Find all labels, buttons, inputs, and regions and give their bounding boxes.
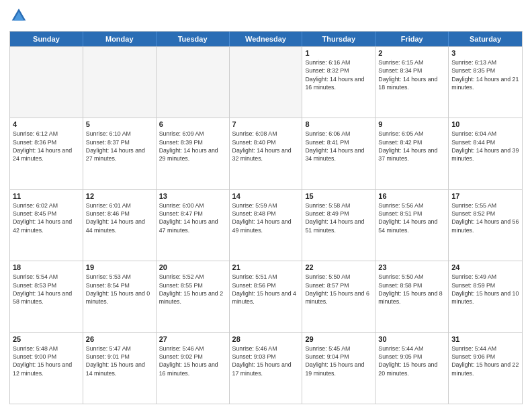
calendar-cell: 18Sunrise: 5:54 AMSunset: 8:53 PMDayligh… bbox=[10, 261, 83, 332]
calendar-cell: 26Sunrise: 5:47 AMSunset: 9:01 PMDayligh… bbox=[83, 333, 157, 404]
day-number: 2 bbox=[378, 49, 445, 57]
calendar-row-4: 18Sunrise: 5:54 AMSunset: 8:53 PMDayligh… bbox=[10, 261, 522, 332]
day-info: Sunrise: 5:48 AMSunset: 9:00 PMDaylight:… bbox=[13, 345, 80, 377]
day-info: Sunrise: 5:44 AMSunset: 9:06 PMDaylight:… bbox=[451, 345, 519, 377]
calendar-cell: 16Sunrise: 5:56 AMSunset: 8:51 PMDayligh… bbox=[375, 190, 449, 261]
day-number: 13 bbox=[159, 192, 226, 200]
logo bbox=[9, 7, 31, 26]
calendar-cell bbox=[157, 47, 230, 118]
day-number: 21 bbox=[232, 263, 300, 271]
calendar-cell: 5Sunrise: 6:10 AMSunset: 8:37 PMDaylight… bbox=[83, 118, 157, 189]
day-info: Sunrise: 6:08 AMSunset: 8:40 PMDaylight:… bbox=[232, 130, 300, 163]
day-info: Sunrise: 5:44 AMSunset: 9:05 PMDaylight:… bbox=[378, 345, 445, 377]
header-day-thursday: Thursday bbox=[302, 32, 375, 46]
day-info: Sunrise: 6:01 AMSunset: 8:46 PMDaylight:… bbox=[86, 201, 153, 234]
day-info: Sunrise: 5:46 AMSunset: 9:03 PMDaylight:… bbox=[232, 345, 300, 377]
calendar-cell: 8Sunrise: 6:06 AMSunset: 8:41 PMDaylight… bbox=[302, 118, 375, 189]
day-number: 31 bbox=[451, 335, 519, 343]
calendar-row-5: 25Sunrise: 5:48 AMSunset: 9:00 PMDayligh… bbox=[10, 332, 522, 404]
calendar-cell: 17Sunrise: 5:55 AMSunset: 8:52 PMDayligh… bbox=[449, 190, 522, 261]
calendar-cell: 22Sunrise: 5:50 AMSunset: 8:57 PMDayligh… bbox=[302, 261, 375, 332]
page: SundayMondayTuesdayWednesdayThursdayFrid… bbox=[0, 0, 532, 411]
day-number: 15 bbox=[305, 192, 372, 200]
calendar-cell: 30Sunrise: 5:44 AMSunset: 9:05 PMDayligh… bbox=[375, 333, 449, 404]
calendar-cell: 10Sunrise: 6:04 AMSunset: 8:44 PMDayligh… bbox=[449, 118, 522, 189]
calendar-cell: 28Sunrise: 5:46 AMSunset: 9:03 PMDayligh… bbox=[230, 333, 303, 404]
calendar-row-2: 4Sunrise: 6:12 AMSunset: 8:36 PMDaylight… bbox=[10, 118, 522, 189]
day-number: 16 bbox=[378, 192, 445, 200]
calendar-cell: 21Sunrise: 5:51 AMSunset: 8:56 PMDayligh… bbox=[230, 261, 303, 332]
day-info: Sunrise: 5:55 AMSunset: 8:52 PMDaylight:… bbox=[451, 201, 519, 234]
calendar-header: SundayMondayTuesdayWednesdayThursdayFrid… bbox=[10, 32, 522, 46]
day-info: Sunrise: 5:56 AMSunset: 8:51 PMDaylight:… bbox=[378, 201, 445, 234]
calendar-cell: 11Sunrise: 6:02 AMSunset: 8:45 PMDayligh… bbox=[10, 190, 83, 261]
calendar-cell: 7Sunrise: 6:08 AMSunset: 8:40 PMDaylight… bbox=[230, 118, 303, 189]
calendar-cell: 27Sunrise: 5:46 AMSunset: 9:02 PMDayligh… bbox=[157, 333, 230, 404]
calendar-cell bbox=[83, 47, 157, 118]
calendar-cell: 2Sunrise: 6:15 AMSunset: 8:34 PMDaylight… bbox=[375, 47, 449, 118]
calendar-cell: 24Sunrise: 5:49 AMSunset: 8:59 PMDayligh… bbox=[449, 261, 522, 332]
day-number: 27 bbox=[159, 335, 226, 343]
calendar-cell: 1Sunrise: 6:16 AMSunset: 8:32 PMDaylight… bbox=[302, 47, 375, 118]
day-info: Sunrise: 5:53 AMSunset: 8:54 PMDaylight:… bbox=[86, 273, 153, 306]
day-number: 28 bbox=[232, 335, 300, 343]
header-day-friday: Friday bbox=[375, 32, 449, 46]
day-info: Sunrise: 6:09 AMSunset: 8:39 PMDaylight:… bbox=[159, 130, 226, 163]
day-number: 30 bbox=[378, 335, 445, 343]
calendar-cell: 23Sunrise: 5:50 AMSunset: 8:58 PMDayligh… bbox=[375, 261, 449, 332]
day-number: 1 bbox=[305, 49, 372, 57]
day-info: Sunrise: 5:50 AMSunset: 8:57 PMDaylight:… bbox=[305, 273, 372, 306]
calendar-cell: 4Sunrise: 6:12 AMSunset: 8:36 PMDaylight… bbox=[10, 118, 83, 189]
calendar-cell: 31Sunrise: 5:44 AMSunset: 9:06 PMDayligh… bbox=[449, 333, 522, 404]
day-number: 11 bbox=[13, 192, 80, 200]
header-day-sunday: Sunday bbox=[10, 32, 83, 46]
day-number: 4 bbox=[13, 120, 80, 128]
day-number: 18 bbox=[13, 263, 80, 271]
day-info: Sunrise: 6:00 AMSunset: 8:47 PMDaylight:… bbox=[159, 201, 226, 234]
calendar-cell bbox=[10, 47, 83, 118]
calendar-cell: 19Sunrise: 5:53 AMSunset: 8:54 PMDayligh… bbox=[83, 261, 157, 332]
day-info: Sunrise: 5:45 AMSunset: 9:04 PMDaylight:… bbox=[305, 345, 372, 377]
day-info: Sunrise: 6:06 AMSunset: 8:41 PMDaylight:… bbox=[305, 130, 372, 163]
day-info: Sunrise: 6:10 AMSunset: 8:37 PMDaylight:… bbox=[86, 130, 153, 163]
day-number: 7 bbox=[232, 120, 300, 128]
day-info: Sunrise: 5:46 AMSunset: 9:02 PMDaylight:… bbox=[159, 345, 226, 377]
calendar-cell: 13Sunrise: 6:00 AMSunset: 8:47 PMDayligh… bbox=[157, 190, 230, 261]
day-info: Sunrise: 5:47 AMSunset: 9:01 PMDaylight:… bbox=[86, 345, 153, 377]
day-number: 29 bbox=[305, 335, 372, 343]
day-number: 20 bbox=[159, 263, 226, 271]
calendar-cell: 14Sunrise: 5:59 AMSunset: 8:48 PMDayligh… bbox=[230, 190, 303, 261]
day-number: 5 bbox=[86, 120, 153, 128]
calendar-cell: 25Sunrise: 5:48 AMSunset: 9:00 PMDayligh… bbox=[10, 333, 83, 404]
logo-icon bbox=[9, 7, 28, 26]
day-number: 10 bbox=[451, 120, 519, 128]
day-number: 22 bbox=[305, 263, 372, 271]
day-info: Sunrise: 5:49 AMSunset: 8:59 PMDaylight:… bbox=[451, 273, 519, 306]
calendar-cell: 20Sunrise: 5:52 AMSunset: 8:55 PMDayligh… bbox=[157, 261, 230, 332]
day-number: 25 bbox=[13, 335, 80, 343]
day-info: Sunrise: 6:04 AMSunset: 8:44 PMDaylight:… bbox=[451, 130, 519, 163]
calendar-cell bbox=[230, 47, 303, 118]
day-info: Sunrise: 6:13 AMSunset: 8:35 PMDaylight:… bbox=[451, 58, 519, 91]
day-number: 17 bbox=[451, 192, 519, 200]
day-info: Sunrise: 5:52 AMSunset: 8:55 PMDaylight:… bbox=[159, 273, 226, 306]
day-info: Sunrise: 6:16 AMSunset: 8:32 PMDaylight:… bbox=[305, 58, 372, 91]
day-number: 26 bbox=[86, 335, 153, 343]
day-number: 8 bbox=[305, 120, 372, 128]
calendar-cell: 9Sunrise: 6:05 AMSunset: 8:42 PMDaylight… bbox=[375, 118, 449, 189]
day-number: 12 bbox=[86, 192, 153, 200]
day-info: Sunrise: 6:15 AMSunset: 8:34 PMDaylight:… bbox=[378, 58, 445, 91]
calendar-row-1: 1Sunrise: 6:16 AMSunset: 8:32 PMDaylight… bbox=[10, 46, 522, 118]
day-info: Sunrise: 5:51 AMSunset: 8:56 PMDaylight:… bbox=[232, 273, 300, 306]
header bbox=[9, 7, 523, 26]
header-day-tuesday: Tuesday bbox=[157, 32, 230, 46]
header-day-monday: Monday bbox=[83, 32, 157, 46]
day-number: 6 bbox=[159, 120, 226, 128]
day-info: Sunrise: 5:58 AMSunset: 8:49 PMDaylight:… bbox=[305, 201, 372, 234]
calendar-body: 1Sunrise: 6:16 AMSunset: 8:32 PMDaylight… bbox=[10, 46, 522, 404]
header-day-saturday: Saturday bbox=[449, 32, 522, 46]
day-number: 3 bbox=[451, 49, 519, 57]
day-info: Sunrise: 5:54 AMSunset: 8:53 PMDaylight:… bbox=[13, 273, 80, 306]
day-number: 24 bbox=[451, 263, 519, 271]
calendar: SundayMondayTuesdayWednesdayThursdayFrid… bbox=[9, 31, 523, 404]
